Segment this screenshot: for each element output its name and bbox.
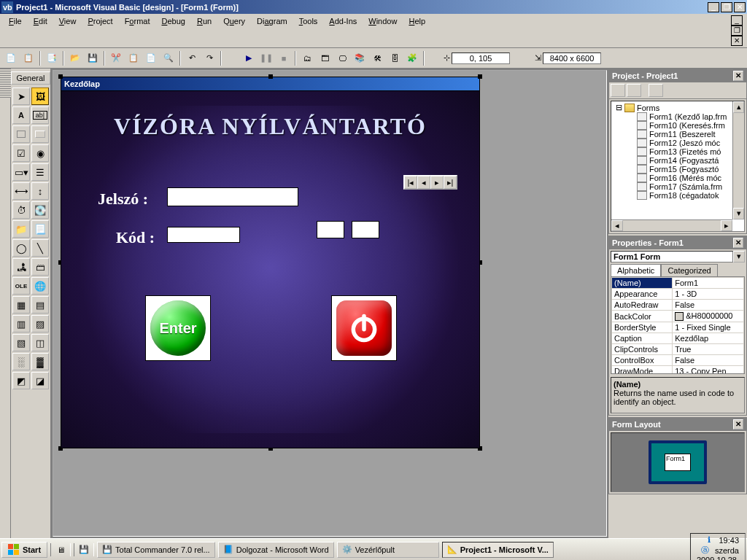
tray-info-icon[interactable]: ℹ: [704, 535, 714, 545]
mdi-minimize-button[interactable]: _: [731, 15, 743, 26]
ql-save-icon[interactable]: 💾: [77, 543, 90, 556]
menu-editor-button[interactable]: 📑: [44, 50, 60, 66]
properties-window-button[interactable]: 🗔: [317, 50, 333, 66]
menu-query[interactable]: Query: [219, 15, 249, 46]
tree-form-item[interactable]: Form13 (Fizetés mó: [627, 147, 744, 156]
form-designer[interactable]: Kezdőlap VÍZÓRA NYÍLVÁNTARTÓ Jelszó : Kó…: [51, 69, 608, 538]
power-button[interactable]: [331, 295, 397, 361]
component-button[interactable]: 🧩: [404, 50, 420, 66]
code-field[interactable]: [167, 227, 240, 243]
tray-lang-icon[interactable]: ⓐ: [700, 545, 711, 556]
optionbutton-tool[interactable]: ◉: [31, 144, 49, 162]
menu-run[interactable]: Run: [193, 15, 216, 46]
minimize-button[interactable]: _: [708, 2, 719, 12]
menu-addins[interactable]: Add-Ins: [325, 15, 361, 46]
system-tray[interactable]: ℹ 19:43 ⓐ szerda 2009.10.28.: [690, 533, 746, 561]
textbox-tool[interactable]: ab|: [31, 106, 49, 124]
tool-extra5[interactable]: ▧: [12, 334, 30, 351]
aux-field-2[interactable]: [352, 221, 379, 238]
project-tree[interactable]: ⊟Forms Form1 (Kezdő lap.frmForm10 (Keres…: [611, 101, 745, 232]
data-tool[interactable]: 🗃: [31, 258, 49, 276]
mdi-restore-button[interactable]: ❐: [731, 26, 743, 36]
tab-categorized[interactable]: Categorized: [661, 264, 717, 276]
vscrollbar-tool[interactable]: ↕: [31, 182, 49, 200]
nav-first-button[interactable]: |◂: [404, 176, 417, 189]
toolbox-button[interactable]: 🛠: [369, 50, 385, 66]
tool-extra8[interactable]: ▓: [31, 353, 49, 370]
tree-form-item[interactable]: Form11 (Beszerelt: [627, 130, 744, 139]
ole-tool[interactable]: OLE: [12, 277, 30, 295]
dirlistbox-tool[interactable]: 📁: [12, 220, 30, 238]
tool-extra3[interactable]: ▥: [12, 315, 30, 332]
break-button[interactable]: ❚❚: [258, 50, 274, 66]
close-button[interactable]: ✕: [734, 2, 746, 12]
image-tool[interactable]: 🏞: [12, 258, 30, 276]
menu-project[interactable]: Project: [83, 15, 117, 46]
aux-field-1[interactable]: [317, 221, 344, 238]
property-grid[interactable]: (Name)Form1Appearance1 - 3DAutoRedrawFal…: [611, 276, 745, 374]
enter-button[interactable]: Enter: [145, 295, 211, 361]
combobox-tool[interactable]: ▭▾: [12, 163, 30, 181]
menu-tools[interactable]: Tools: [295, 15, 322, 46]
tree-folder[interactable]: Forms: [637, 104, 659, 112]
redo-button[interactable]: ↷: [201, 50, 217, 66]
taskbar-item[interactable]: 📘Dolgozat - Microsoft Word: [218, 542, 334, 558]
tree-form-item[interactable]: Form16 (Mérés móc: [627, 174, 744, 182]
data-view-button[interactable]: 🗄: [387, 50, 403, 66]
checkbox-tool[interactable]: ☑: [12, 144, 30, 162]
tool-extra1[interactable]: ▦: [12, 296, 30, 314]
frame-tool[interactable]: [12, 125, 30, 143]
project-close-button[interactable]: ✕: [733, 71, 743, 81]
cut-button[interactable]: ✂️: [108, 50, 124, 66]
tree-form-item[interactable]: Form15 (Fogyasztó: [627, 165, 744, 174]
menu-window[interactable]: Window: [364, 15, 401, 46]
nav-last-button[interactable]: ▸|: [444, 176, 457, 189]
hscrollbar-tool[interactable]: ⟷: [12, 182, 30, 200]
nav-next-button[interactable]: ▸: [430, 176, 444, 189]
commandbutton-tool[interactable]: [31, 125, 49, 143]
save-button[interactable]: 💾: [85, 50, 101, 66]
mdi-close-button[interactable]: ✕: [731, 36, 743, 46]
tree-form-item[interactable]: Form12 (Jeszó móc: [627, 139, 744, 147]
project-explorer-button[interactable]: 🗂: [299, 50, 315, 66]
line-tool[interactable]: ╲: [31, 239, 49, 257]
tool-extra7[interactable]: ░: [12, 353, 30, 370]
undo-button[interactable]: ↶: [184, 50, 200, 66]
nav-prev-button[interactable]: ◂: [417, 176, 430, 189]
menu-help[interactable]: Help: [404, 15, 430, 46]
property-row[interactable]: BackColor&H80000000: [612, 311, 744, 322]
form-layout-button[interactable]: 🖵: [334, 50, 350, 66]
property-row[interactable]: ControlBoxFalse: [612, 355, 744, 366]
toggle-folders-button[interactable]: [649, 84, 663, 97]
tool-extra6[interactable]: ◫: [31, 334, 49, 351]
object-combo-dropdown[interactable]: ▾: [733, 251, 745, 262]
tool-extra10[interactable]: ◪: [31, 372, 49, 389]
listbox-tool[interactable]: ☰: [31, 163, 49, 181]
toolbox-header[interactable]: General: [11, 71, 50, 85]
add-project-button[interactable]: 📄: [3, 50, 19, 66]
paste-button[interactable]: 📄: [143, 50, 159, 66]
tab-alphabetic[interactable]: Alphabetic: [611, 264, 661, 276]
tree-hscrollbar[interactable]: ◂ ▸: [611, 219, 732, 231]
tool-extra2[interactable]: ▤: [31, 296, 49, 314]
menu-edit[interactable]: Edit: [29, 15, 52, 46]
timer-tool[interactable]: ⏱: [12, 201, 30, 219]
properties-close-button[interactable]: ✕: [733, 238, 743, 248]
layout-preview[interactable]: Form1: [611, 432, 745, 492]
layout-form-thumb[interactable]: Form1: [665, 454, 691, 471]
menu-format[interactable]: Format: [120, 15, 155, 46]
menu-debug[interactable]: Debug: [157, 15, 189, 46]
webbrowser-tool[interactable]: 🌐: [31, 277, 49, 295]
tree-form-item[interactable]: Form14 (Fogyasztá: [627, 156, 744, 165]
property-row[interactable]: AutoRedrawFalse: [612, 300, 744, 311]
property-row[interactable]: BorderStyle1 - Fixed Single: [612, 322, 744, 333]
tool-extra4[interactable]: ▨: [31, 315, 49, 332]
tree-form-item[interactable]: Form18 (cégadatok: [627, 191, 744, 200]
tree-form-item[interactable]: Form17 (Számla.frm: [627, 182, 744, 191]
form-body[interactable]: VÍZÓRA NYÍLVÁNTARTÓ Jelszó : Kód : |◂ ◂ …: [61, 90, 479, 448]
start-button-taskbar[interactable]: Start: [1, 542, 47, 558]
show-desktop-icon[interactable]: 🖥: [54, 543, 67, 556]
label-tool[interactable]: A: [12, 106, 30, 124]
start-button[interactable]: ▶: [241, 50, 257, 66]
menu-diagram[interactable]: Diagram: [252, 15, 292, 46]
